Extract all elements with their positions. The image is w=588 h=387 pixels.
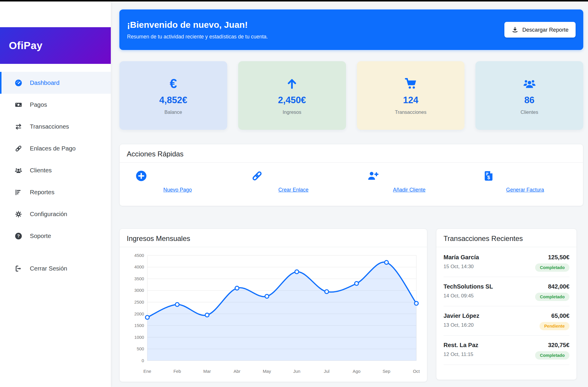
sidebar-item-clientes[interactable]: Clientes [0, 159, 111, 181]
people-icon [14, 166, 22, 174]
stat-label: Clientes [521, 109, 538, 115]
transaction-name: María García [444, 254, 479, 261]
svg-text:4000: 4000 [134, 265, 144, 269]
transaction-amount: 842,00€ [535, 283, 569, 290]
person-plus-icon [367, 169, 467, 183]
monthly-income-header: Ingresos Mensuales [120, 229, 427, 247]
sidebar-nav: Dashboard Pagos Transacciones Enlaces de… [0, 72, 111, 279]
transaction-date: 12 Oct, 11:15 [444, 352, 478, 357]
svg-text:3000: 3000 [134, 288, 144, 293]
stat-card-transacciones: 124 Transacciones [357, 61, 465, 130]
bottom-row: Ingresos Mensuales 050010001500200025003… [119, 229, 583, 382]
recent-transactions-title: Transacciones Recientes [444, 234, 523, 242]
monthly-income-chart-area: 050010001500200025003000350040004500EneF… [120, 247, 427, 380]
transaction-right: 842,00€ Completado [535, 283, 569, 301]
svg-text:Feb: Feb [173, 369, 181, 374]
sidebar-item-configuracion[interactable]: Configuración [0, 203, 111, 225]
transaction-row: María García 15 Oct, 14:30 125,50€ Compl… [444, 248, 569, 277]
sidebar-item-pagos[interactable]: Pagos [0, 94, 111, 116]
swap-icon [14, 123, 22, 131]
main-content: ¡Bienvenido de nuevo, Juan! Resumen de t… [111, 1, 588, 387]
svg-text:2500: 2500 [134, 300, 144, 305]
monthly-income-title: Ingresos Mensuales [127, 234, 190, 242]
transaction-amount: 125,50€ [535, 254, 569, 261]
crear-enlace-link[interactable]: Crear Enlace [278, 187, 308, 193]
quick-actions-body: Nuevo Pago Crear Enlace Añadir Cliente [120, 163, 583, 193]
download-icon [511, 26, 519, 33]
stats-row: € 4,852€ Balance 2,450€ Ingresos 124 Tra… [119, 61, 583, 130]
status-badge: Completado [535, 293, 569, 301]
svg-text:Ago: Ago [353, 369, 360, 374]
recent-transactions-card: Transacciones Recientes María García 15 … [436, 229, 577, 380]
quick-action-nuevo-pago: Nuevo Pago [120, 169, 235, 193]
svg-text:1500: 1500 [134, 323, 144, 328]
sidebar-item-label: Configuración [30, 210, 67, 218]
download-report-button[interactable]: Descargar Reporte [504, 22, 576, 38]
svg-text:Oct: Oct [413, 369, 420, 374]
transaction-name: Rest. La Paz [444, 342, 478, 349]
transaction-right: 65,00€ Pendiente [540, 312, 569, 330]
people-icon [523, 76, 536, 91]
transaction-name: TechSolutions SL [444, 283, 493, 290]
sidebar: OfiPay Dashboard Pagos Transacciones [0, 1, 111, 387]
welcome-title: ¡Bienvenido de nuevo, Juan! [127, 20, 268, 30]
logo-block: OfiPay [0, 27, 111, 64]
recent-transactions-header: Transacciones Recientes [436, 229, 576, 247]
cart-icon [404, 76, 418, 91]
stat-label: Balance [165, 109, 182, 115]
transaction-left: Rest. La Paz 12 Oct, 11:15 [444, 342, 478, 360]
sidebar-item-label: Cerrar Sesión [30, 265, 67, 272]
transaction-name: Javier López [444, 312, 479, 319]
anadir-cliente-link[interactable]: Añadir Cliente [393, 187, 425, 193]
welcome-subtitle: Resumen de tu actividad reciente y estad… [127, 34, 268, 40]
nuevo-pago-link[interactable]: Nuevo Pago [163, 187, 192, 193]
svg-text:Abr: Abr [233, 369, 240, 374]
quick-actions-card: Acciones Rápidas Nuevo Pago Crear Enlace [119, 144, 583, 206]
sidebar-item-soporte[interactable]: ? Soporte [0, 225, 111, 247]
transaction-right: 125,50€ Completado [535, 254, 569, 272]
quick-actions-header: Acciones Rápidas [120, 144, 583, 163]
transaction-right: 320,75€ Completado [535, 342, 569, 360]
stat-label: Transacciones [395, 109, 427, 115]
svg-text:Jun: Jun [293, 369, 300, 374]
svg-text:May: May [263, 369, 271, 374]
svg-text:3500: 3500 [134, 276, 144, 281]
gauge-icon [14, 79, 22, 87]
status-badge: Pendiente [540, 322, 569, 330]
sidebar-item-dashboard[interactable]: Dashboard [0, 72, 111, 94]
gear-icon [14, 210, 22, 218]
generar-factura-link[interactable]: Generar Factura [506, 187, 544, 193]
sidebar-item-label: Pagos [30, 101, 47, 108]
sidebar-item-logout[interactable]: Cerrar Sesión [0, 258, 111, 279]
status-badge: Completado [535, 263, 569, 272]
sidebar-item-transacciones[interactable]: Transacciones [0, 116, 111, 137]
svg-text:2000: 2000 [134, 312, 144, 316]
quick-action-generar-factura: $ Generar Factura [467, 169, 583, 193]
stat-value: 86 [524, 95, 534, 106]
stat-value: 2,450€ [278, 95, 306, 106]
question-icon: ? [14, 232, 22, 240]
recent-transactions-list: María García 15 Oct, 14:30 125,50€ Compl… [436, 247, 576, 365]
svg-text:Mar: Mar [203, 369, 211, 374]
transaction-left: Javier López 13 Oct, 16:20 [444, 312, 479, 330]
stat-card-balance: € 4,852€ Balance [119, 61, 227, 130]
link-icon [251, 169, 351, 183]
euro-icon: € [170, 76, 177, 91]
transaction-row: Javier López 13 Oct, 16:20 65,00€ Pendie… [444, 306, 569, 336]
sidebar-item-enlaces[interactable]: Enlaces de Pago [0, 137, 111, 159]
svg-text:4500: 4500 [134, 253, 144, 258]
download-report-label: Descargar Reporte [522, 27, 568, 33]
sidebar-item-label: Transacciones [30, 123, 69, 130]
welcome-text: ¡Bienvenido de nuevo, Juan! Resumen de t… [127, 20, 268, 40]
transaction-date: 13 Oct, 16:20 [444, 322, 479, 328]
stat-card-ingresos: 2,450€ Ingresos [238, 61, 346, 130]
sidebar-item-reportes[interactable]: Reportes [0, 181, 111, 203]
transaction-amount: 320,75€ [535, 342, 569, 349]
svg-text:?: ? [17, 234, 20, 238]
stat-value: 124 [403, 95, 418, 106]
transaction-row: TechSolutions SL 14 Oct, 09:45 842,00€ C… [444, 277, 569, 306]
sidebar-item-label: Reportes [30, 189, 54, 196]
svg-text:1000: 1000 [134, 335, 144, 340]
svg-text:Ene: Ene [143, 369, 151, 374]
logout-icon [14, 265, 22, 273]
